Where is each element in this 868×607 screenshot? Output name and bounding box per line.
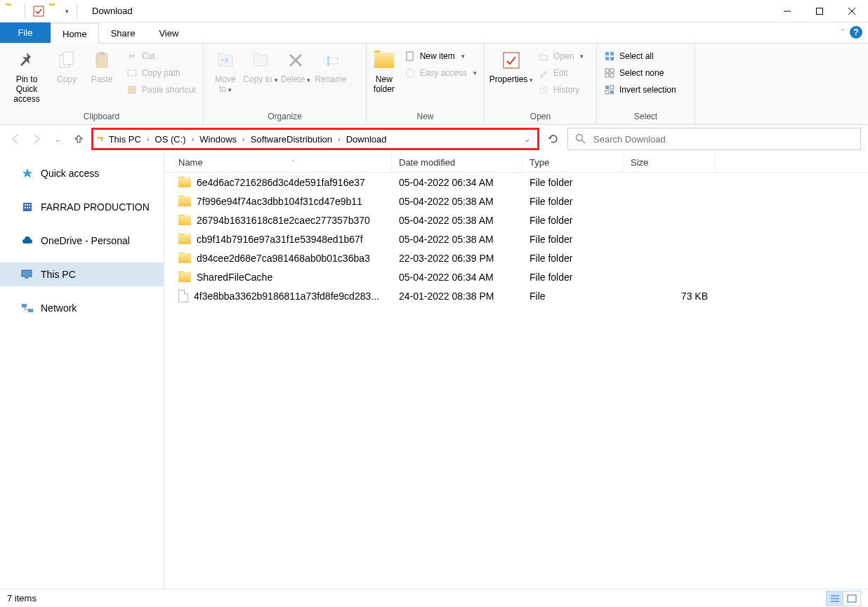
group-label: Clipboard [4, 110, 199, 124]
svg-rect-37 [25, 207, 26, 208]
up-button[interactable] [70, 131, 87, 147]
svg-rect-23 [605, 69, 609, 72]
easy-access-label: Easy access [420, 68, 467, 78]
paste-shortcut-button[interactable]: Paste shortcut [124, 83, 199, 97]
search-box[interactable] [567, 128, 861, 150]
move-to-button[interactable]: Move to▾ [208, 46, 243, 94]
tab-file[interactable]: File [0, 22, 51, 43]
breadcrumb-windows[interactable]: Windows [197, 133, 239, 146]
column-header-type[interactable]: Type [522, 153, 624, 172]
breadcrumb-download[interactable]: Download [343, 133, 390, 146]
sidebar-item-onedrive[interactable]: OneDrive - Personal [0, 229, 164, 253]
sidebar-item-this-pc[interactable]: This PC [0, 262, 164, 286]
file-name: cb9f14b7916e97a31f1e53948ed1b67f [197, 234, 363, 245]
address-dropdown-icon[interactable]: ⌄ [524, 135, 533, 144]
address-bar[interactable]: › This PC › OS (C:) › Windows › Software… [91, 128, 539, 150]
sidebar-item-farrad[interactable]: FARRAD PRODUCTION [0, 195, 164, 219]
cut-button[interactable]: ✂Cut [124, 49, 199, 63]
properties-icon [500, 49, 522, 72]
file-type: File [522, 291, 624, 302]
copy-path-button[interactable]: Copy path [124, 66, 199, 80]
open-button[interactable]: Open▾ [535, 49, 586, 63]
select-all-label: Select all [619, 51, 654, 61]
search-input[interactable] [593, 134, 853, 145]
file-row[interactable]: cb9f14b7916e97a31f1e53948ed1b67f05-04-20… [164, 229, 868, 248]
collapse-ribbon-icon[interactable]: ˆ [841, 28, 844, 36]
new-folder-button[interactable]: New folder [371, 46, 397, 94]
pin-icon [15, 49, 38, 72]
chevron-right-icon[interactable]: › [338, 135, 341, 143]
svg-rect-30 [610, 91, 614, 94]
pin-to-quick-access-button[interactable]: Pin to Quick access [4, 46, 49, 104]
group-open: Properties▾ Open▾ Edit History Open [485, 44, 597, 124]
sidebar-item-network[interactable]: Network [0, 296, 164, 320]
file-icon [178, 290, 188, 302]
help-icon[interactable]: ? [850, 26, 862, 39]
star-icon [21, 167, 34, 180]
file-name: 26794b1631618c81e2caec277357b370 [197, 215, 370, 226]
file-list-pane: Name ˄ Date modified Type Size 6e4d6ac72… [164, 153, 868, 589]
new-item-button[interactable]: New item▾ [402, 49, 480, 63]
column-header-name[interactable]: Name ˄ [164, 153, 392, 172]
chevron-right-icon[interactable]: › [242, 135, 245, 143]
copy-to-button[interactable]: Copy to▾ [243, 46, 278, 84]
sidebar-item-label: FARRAD PRODUCTION [41, 201, 150, 213]
select-all-button[interactable]: Select all [601, 49, 679, 63]
chevron-right-icon[interactable]: › [147, 135, 150, 143]
file-row[interactable]: 7f996e94f74ac3dbb104f31cd47e9b1105-04-20… [164, 192, 868, 211]
recent-locations-button[interactable]: ⌄ [49, 131, 66, 147]
paste-button[interactable]: Paste [84, 46, 119, 84]
qat-properties-icon[interactable] [33, 6, 44, 17]
invert-selection-button[interactable]: Invert selection [601, 83, 679, 97]
file-row[interactable]: d94cee2d68e7ca981468ab0b01c36ba322-03-20… [164, 248, 868, 267]
svg-rect-14 [327, 56, 329, 66]
refresh-button[interactable] [544, 129, 563, 149]
column-header-date[interactable]: Date modified [392, 153, 522, 172]
edit-icon [538, 67, 549, 79]
sidebar-item-quick-access[interactable]: Quick access [0, 161, 164, 185]
easy-access-button[interactable]: Easy access▾ [402, 66, 480, 80]
close-button[interactable] [836, 0, 868, 22]
file-row[interactable]: SharedFileCache05-04-2022 06:34 AMFile f… [164, 267, 868, 286]
svg-rect-17 [504, 53, 519, 68]
svg-rect-13 [324, 58, 338, 64]
minimize-button[interactable] [771, 0, 803, 22]
file-row[interactable]: 4f3e8bba3362b9186811a73fd8fe9cd283...24-… [164, 286, 868, 305]
history-button[interactable]: History [535, 83, 586, 97]
forward-button[interactable] [28, 131, 45, 147]
copy-button[interactable]: Copy [49, 46, 84, 84]
breadcrumb-softwaredistribution[interactable]: SoftwareDistribution [248, 133, 335, 146]
tab-home[interactable]: Home [51, 23, 99, 44]
svg-rect-20 [610, 52, 614, 55]
paste-icon [91, 49, 113, 72]
qat-new-folder-icon[interactable] [49, 6, 60, 17]
tab-share[interactable]: Share [99, 22, 147, 43]
maximize-button[interactable] [803, 0, 836, 22]
details-view-button[interactable] [827, 592, 843, 606]
chevron-right-icon[interactable]: › [192, 135, 195, 143]
file-type: File folder [522, 196, 624, 207]
file-row[interactable]: 6e4d6ac7216286d3c4de591faf916e3705-04-20… [164, 173, 868, 192]
svg-rect-15 [407, 52, 413, 60]
svg-rect-19 [605, 52, 609, 55]
file-row[interactable]: 26794b1631618c81e2caec277357b37005-04-20… [164, 211, 868, 229]
large-icons-view-button[interactable] [843, 592, 860, 606]
delete-button[interactable]: Delete▾ [278, 46, 313, 84]
back-button[interactable] [7, 131, 24, 147]
tab-view[interactable]: View [147, 22, 190, 43]
chevron-right-icon[interactable]: › [100, 135, 103, 143]
edit-button[interactable]: Edit [535, 66, 586, 80]
qat-dropdown-icon[interactable]: ▾ [65, 8, 69, 15]
file-date: 22-03-2022 06:39 PM [392, 253, 522, 264]
breadcrumb-os-c[interactable]: OS (C:) [152, 133, 189, 146]
svg-rect-28 [610, 86, 614, 89]
column-header-size[interactable]: Size [624, 153, 715, 172]
rename-button[interactable]: Rename [313, 46, 348, 84]
properties-button[interactable]: Properties▾ [489, 46, 534, 84]
svg-rect-25 [605, 74, 609, 77]
select-none-button[interactable]: Select none [601, 66, 679, 80]
breadcrumb-this-pc[interactable]: This PC [106, 133, 144, 146]
sidebar-item-label: This PC [41, 269, 76, 280]
svg-rect-40 [22, 270, 32, 276]
folder-icon [178, 215, 191, 225]
